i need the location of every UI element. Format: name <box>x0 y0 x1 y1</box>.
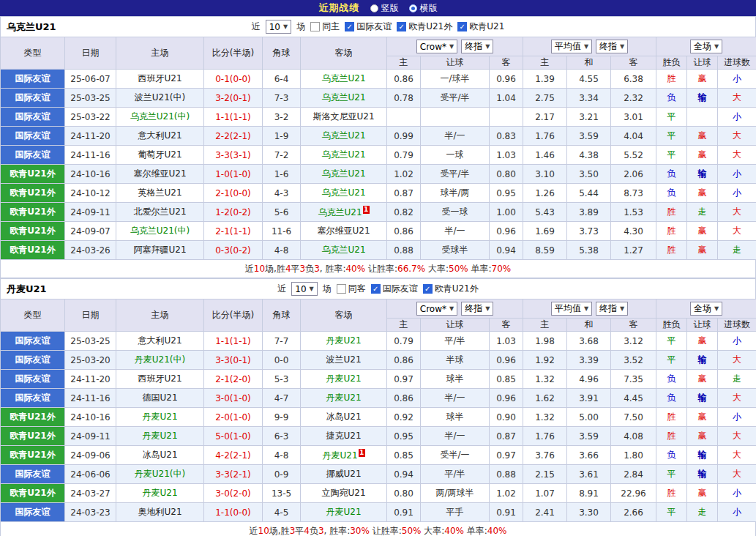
avg-away-odds: 4.30 <box>611 222 656 241</box>
checkbox-label: 欧青U21 <box>469 21 504 33</box>
away-team-name: 斯洛文尼亚U21 <box>301 108 387 127</box>
scope-select[interactable]: 全场 ▼ <box>690 40 722 53</box>
odds-home-value: 0.95 <box>387 427 421 446</box>
team-text: 乌克兰U21(中) <box>130 226 190 236</box>
avg-away-odds: 7.50 <box>611 408 656 427</box>
chevron-down-icon: ▼ <box>584 43 588 50</box>
scope-select[interactable]: 全场 ▼ <box>690 302 722 316</box>
chevron-down-icon: ▼ <box>714 43 719 50</box>
summary-segment: 30% <box>350 526 370 536</box>
team-text: 意大利U21 <box>138 335 181 346</box>
result-handicap: 赢 <box>687 427 718 446</box>
corner-score: 6-3 <box>263 427 301 446</box>
odds-time-select[interactable]: 终指 ▼ <box>461 40 493 53</box>
avg-time-select[interactable]: 终指 ▼ <box>596 302 628 316</box>
avg-home-odds: 1.76 <box>523 427 567 446</box>
home-team-name: 冰岛U21 <box>116 446 204 465</box>
col-score: 比分(半场) <box>204 299 263 332</box>
match-date: 24-11-16 <box>65 389 116 408</box>
filter-checkbox[interactable]: 国际友谊 <box>345 21 392 33</box>
result-wdl: 平 <box>656 127 687 146</box>
summary-segment: 大率: <box>425 263 449 275</box>
summary-segment: 平 <box>295 525 304 536</box>
odds-home-value: 0.86 <box>387 351 421 370</box>
handicap-line: 受球半 <box>421 241 490 260</box>
odds-source-select[interactable]: Crow* ▼ <box>416 302 457 316</box>
avg-home-odds: 2.75 <box>523 89 567 108</box>
layout-radio-vertical[interactable]: 竖版 <box>370 2 399 15</box>
handicap-line <box>421 108 490 127</box>
avg-home-odds: 1.32 <box>523 408 567 427</box>
summary-segment: 3 <box>314 264 320 274</box>
filter-checkbox[interactable]: 同主 <box>310 21 340 33</box>
team-text: 乌克兰U21 <box>321 187 365 198</box>
match-type-badge: 欧青U21外 <box>1 427 65 446</box>
result-goals: 大 <box>718 427 756 446</box>
team-text: 立陶宛U21 <box>321 488 365 498</box>
result-goals: 小 <box>718 408 756 427</box>
odds-away-value: 0.90 <box>490 408 523 427</box>
result-goals: 大 <box>718 465 756 484</box>
filter-controls: 近 10 ▼ 场 同客 国际友谊 欧青U21外 <box>277 282 479 296</box>
result-goals: 走 <box>718 370 756 389</box>
match-date: 24-11-20 <box>65 370 116 389</box>
match-count-select[interactable]: 10 ▼ <box>266 20 291 34</box>
corner-score: 5-6 <box>263 203 301 222</box>
result-goals: 大 <box>718 222 756 241</box>
odds-away-value: 1.02 <box>490 484 523 503</box>
avg-time-select[interactable]: 终指 ▼ <box>596 40 628 53</box>
filter-controls: 近 10 ▼ 场 同主 国际友谊 欧青U21外 <box>252 20 505 34</box>
col-result-wdl: 胜负 <box>656 319 687 332</box>
away-team-name: 乌克兰U211 <box>301 203 387 222</box>
result-wdl: 负 <box>656 370 687 389</box>
layout-radio-horizontal[interactable]: 横版 <box>409 2 438 15</box>
corner-score: 7-7 <box>263 332 301 351</box>
corner-score: 3-2 <box>263 108 301 127</box>
match-row: 欧青U21外 24-09-06 冰岛U21 4-2(2-1) 4-8 丹麦U21… <box>1 446 756 465</box>
result-goals: 小 <box>718 184 756 203</box>
match-row: 国际友谊 24-11-20 意大利U21 2-2(2-1) 1-9 乌克兰U21… <box>1 127 756 146</box>
filter-checkbox[interactable]: 欧青U21外 <box>397 21 452 33</box>
filter-checkbox[interactable]: 同客 <box>337 283 366 295</box>
select-value: 终指 <box>599 302 617 315</box>
team-text: 丹麦U21 <box>142 412 177 422</box>
match-count-select[interactable]: 10 ▼ <box>291 282 317 296</box>
match-type-badge: 欧青U21外 <box>1 446 65 465</box>
handicap-line: 两/两球半 <box>421 484 490 503</box>
chevron-down-icon: ▼ <box>283 23 288 30</box>
result-handicap: 输 <box>687 389 718 408</box>
col-away: 客场 <box>301 299 387 332</box>
avg-home-odds: 1.62 <box>523 389 567 408</box>
odds-home-value: 0.86 <box>387 70 421 89</box>
handicap-line: 半球 <box>421 351 490 370</box>
team-text: 乌克兰U21 <box>321 149 365 160</box>
select-value: Crow* <box>420 42 446 52</box>
odds-home-value: 0.86 <box>387 222 421 241</box>
result-goals: 小 <box>718 165 756 184</box>
odds-time-select[interactable]: 终指 ▼ <box>461 302 493 316</box>
filter-checkbox[interactable]: 国际友谊 <box>371 283 418 295</box>
filter-checkbox[interactable]: 欧青U21 <box>457 21 504 33</box>
odds-away-value: 0.88 <box>490 465 523 484</box>
select-value: 终指 <box>465 40 482 53</box>
avg-source-select[interactable]: 平均值 ▼ <box>551 40 592 53</box>
odds-source-select[interactable]: Crow* ▼ <box>416 40 457 53</box>
match-score: 1-1(1-1) <box>204 332 263 351</box>
summary-segment: 10 <box>254 264 265 274</box>
result-wdl: 平 <box>656 146 687 165</box>
match-score: 2-2(2-1) <box>204 127 263 146</box>
odds-group-header: Crow* ▼ 终指 ▼ <box>387 299 523 319</box>
radio-icon <box>409 4 417 12</box>
avg-source-select[interactable]: 平均值 ▼ <box>551 302 592 316</box>
away-team-name: 丹麦U21 <box>301 370 387 389</box>
away-team-name: 丹麦U21 <box>301 332 387 351</box>
result-goals: 小 <box>718 70 756 89</box>
handicap-line: 受半/一 <box>421 446 490 465</box>
col-away: 客场 <box>301 37 387 70</box>
handicap-line: 半/一 <box>421 127 490 146</box>
filter-checkbox[interactable]: 欧青U21外 <box>423 283 479 295</box>
page-title: 近期战绩 <box>319 1 360 15</box>
home-team-name: 英格兰U21 <box>116 184 204 203</box>
match-row: 国际友谊 24-03-23 奥地利U21 1-1(0-0) 4-5 丹麦U21 … <box>1 503 756 522</box>
team-name: 丹麦U21 <box>7 283 47 296</box>
